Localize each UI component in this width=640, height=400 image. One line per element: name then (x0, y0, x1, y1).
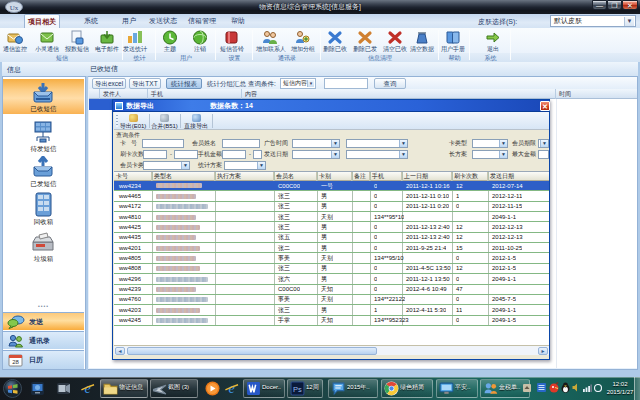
svg-text:Ux: Ux (10, 4, 19, 12)
svg-text:Ps: Ps (293, 385, 302, 394)
svg-text:28: 28 (12, 359, 19, 365)
